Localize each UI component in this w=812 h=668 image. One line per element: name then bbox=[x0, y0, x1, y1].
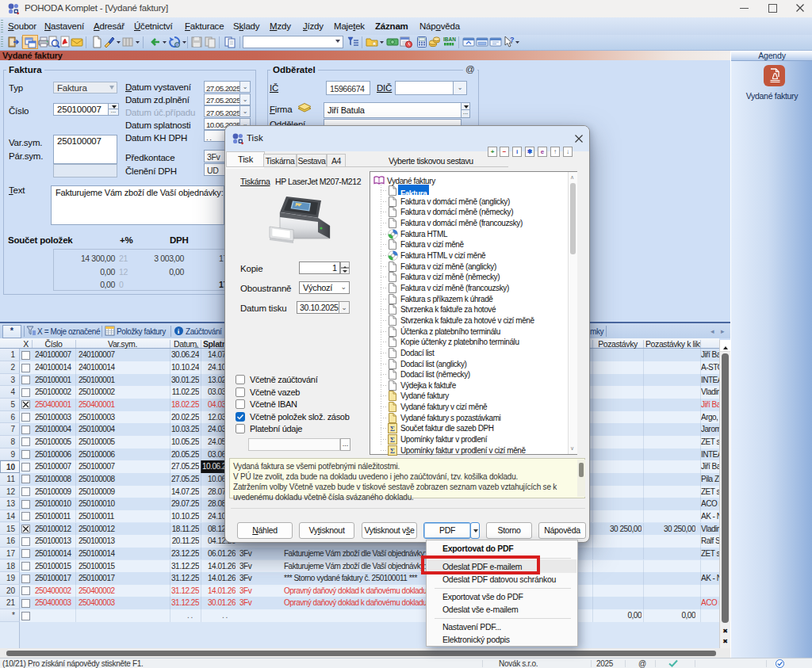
svg-text:Σ: Σ bbox=[390, 425, 395, 433]
svg-text:IBAN: IBAN bbox=[443, 36, 456, 42]
svg-text:?: ? bbox=[510, 36, 515, 44]
svg-text:Σ: Σ bbox=[390, 436, 395, 444]
svg-text:Σ: Σ bbox=[390, 447, 395, 455]
